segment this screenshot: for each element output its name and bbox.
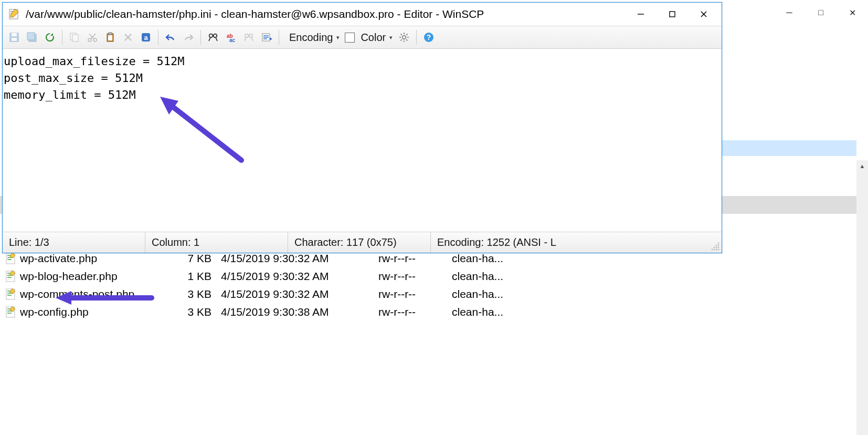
file-type-icon	[5, 306, 17, 318]
close-button[interactable]	[688, 4, 719, 24]
settings-icon[interactable]	[396, 29, 412, 46]
file-permissions: rw-r--r--	[375, 288, 449, 301]
minimize-button[interactable]	[625, 4, 657, 24]
svg-point-45	[403, 36, 406, 39]
resize-grip-icon[interactable]	[710, 241, 721, 252]
status-line: Line: 1/3	[3, 232, 145, 253]
toolbar-separator	[158, 30, 158, 45]
host-titlebar: ─ □ ✕	[721, 0, 868, 25]
table-row[interactable]: wp-comments-post.php3 KB4/15/2019 9:30:3…	[0, 285, 868, 303]
scrollbar[interactable]: ▲	[856, 160, 868, 435]
editor-title: /var/www/public/clean-hamster/php.ini - …	[26, 8, 625, 20]
toolbar-separator	[279, 30, 279, 45]
select-all-icon[interactable]: a	[137, 29, 154, 46]
redo-icon[interactable]	[180, 29, 197, 46]
file-type-icon	[5, 270, 17, 283]
file-size: 3 KB	[160, 306, 218, 318]
color-swatch-icon	[345, 33, 355, 43]
svg-rect-28	[109, 33, 112, 35]
svg-line-37	[216, 37, 217, 41]
file-size: 7 KB	[160, 252, 218, 265]
svg-text:?: ?	[427, 33, 431, 42]
file-date: 4/15/2019 9:30:38 AM	[218, 306, 375, 318]
file-permissions: rw-r--r--	[375, 252, 449, 265]
svg-line-52	[406, 34, 407, 35]
file-date: 4/15/2019 9:30:32 AM	[218, 252, 375, 265]
app-icon	[8, 8, 20, 20]
save-icon[interactable]	[6, 29, 23, 46]
svg-point-35	[214, 34, 217, 38]
svg-rect-29	[108, 35, 112, 40]
status-column: Column: 1	[145, 232, 288, 253]
color-menu[interactable]: Color ▾	[343, 32, 395, 44]
svg-text:ac: ac	[229, 37, 236, 43]
replace-icon[interactable]: abac	[223, 29, 239, 46]
color-label: Color	[356, 32, 388, 44]
host-maximize-button[interactable]: □	[805, 1, 837, 24]
host-minimize-button[interactable]: ─	[774, 1, 805, 24]
undo-icon[interactable]	[162, 29, 179, 46]
svg-point-40	[245, 34, 249, 38]
encoding-label: Encoding	[285, 32, 335, 44]
toolbar-separator	[416, 30, 417, 45]
editor-text-area[interactable]: upload_max_filesize = 512M post_max_size…	[3, 49, 722, 232]
file-date: 4/15/2019 9:30:32 AM	[218, 270, 375, 283]
encoding-menu[interactable]: Encoding ▾	[283, 32, 342, 44]
file-permissions: rw-r--r--	[375, 270, 449, 283]
table-row[interactable]: wp-blog-header.php1 KB4/15/2019 9:30:32 …	[0, 267, 868, 285]
copy-icon[interactable]	[66, 29, 83, 46]
svg-rect-20	[12, 38, 17, 41]
paste-icon[interactable]	[102, 29, 119, 46]
file-owner: clean-ha...	[449, 288, 522, 301]
svg-point-60	[716, 247, 717, 248]
svg-point-64	[716, 249, 717, 251]
svg-point-59	[714, 247, 715, 248]
delete-icon[interactable]	[120, 29, 136, 46]
editor-toolbar: a abac Encoding ▾ Color ▾ ?	[3, 26, 722, 49]
chevron-down-icon: ▾	[336, 34, 340, 41]
toolbar-separator	[200, 30, 201, 45]
cut-icon[interactable]	[84, 29, 101, 46]
file-owner: clean-ha...	[449, 252, 522, 265]
editor-content: upload_max_filesize = 512M post_max_size…	[4, 53, 721, 103]
file-name: wp-activate.php	[20, 252, 97, 265]
file-owner: clean-ha...	[449, 270, 522, 283]
file-size: 3 KB	[160, 288, 218, 301]
svg-point-57	[716, 245, 717, 246]
svg-line-42	[245, 37, 246, 41]
svg-point-61	[718, 247, 719, 248]
svg-rect-15	[670, 12, 675, 17]
file-permissions: rw-r--r--	[375, 306, 449, 318]
help-icon[interactable]: ?	[420, 29, 437, 46]
file-type-icon	[5, 252, 17, 265]
file-date: 4/15/2019 9:30:32 AM	[218, 288, 375, 301]
editor-titlebar[interactable]: /var/www/public/clean-hamster/php.ini - …	[3, 3, 722, 26]
save-all-icon[interactable]	[24, 29, 40, 46]
host-selection-stripe	[719, 140, 856, 156]
svg-line-36	[209, 37, 210, 41]
svg-line-51	[406, 39, 407, 40]
svg-rect-22	[27, 33, 35, 40]
maximize-button[interactable]	[657, 4, 688, 24]
reload-icon[interactable]	[41, 29, 58, 46]
svg-rect-24	[72, 35, 78, 42]
file-size: 1 KB	[160, 270, 218, 283]
host-close-button[interactable]: ✕	[837, 1, 868, 24]
editor-window: /var/www/public/clean-hamster/php.ini - …	[2, 2, 722, 253]
svg-point-41	[249, 34, 253, 38]
toolbar-separator	[62, 30, 62, 45]
find-icon[interactable]	[205, 29, 221, 46]
file-name: wp-config.php	[20, 306, 89, 318]
svg-point-58	[718, 245, 719, 246]
editor-statusbar: Line: 1/3 Column: 1 Character: 117 (0x75…	[3, 232, 722, 253]
find-next-icon[interactable]	[240, 29, 257, 46]
scroll-up-icon[interactable]: ▲	[856, 160, 868, 172]
svg-point-65	[718, 249, 719, 251]
svg-rect-19	[12, 33, 17, 36]
status-character: Character: 117 (0x75)	[288, 232, 431, 253]
table-row[interactable]: wp-config.php3 KB4/15/2019 9:30:38 AMrw-…	[0, 303, 868, 321]
svg-line-43	[251, 37, 253, 41]
chevron-down-icon: ▾	[389, 34, 393, 41]
file-type-icon	[5, 288, 17, 301]
goto-icon[interactable]	[258, 29, 275, 46]
